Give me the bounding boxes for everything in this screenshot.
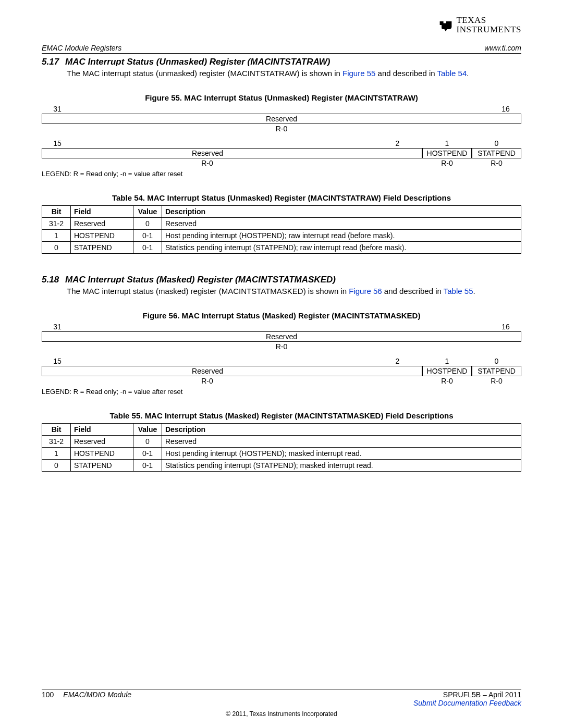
footer-module-name: EMAC/MDIO Module (63, 690, 131, 707)
body-text-1: The MAC interrupt status (masked) regist… (67, 287, 349, 295)
table-row: 1 HOSTPEND 0-1 Host pending interrupt (H… (42, 448, 521, 460)
table-54: Bit Field Value Description 31-2 Reserve… (42, 205, 521, 254)
cell-field: STATPEND (71, 460, 133, 472)
section-518-heading: MAC Interrupt Status (Masked) Register (… (65, 275, 336, 285)
cell-bit: 31-2 (42, 217, 71, 229)
field-reserved-high: Reserved (42, 114, 521, 124)
cell-bit: 1 (42, 448, 71, 460)
th-desc: Description (162, 424, 521, 436)
access-r0-low: R-0 (42, 376, 373, 386)
section-517-body: The MAC interrupt status (unmasked) regi… (67, 68, 521, 79)
field-reserved-high: Reserved (42, 331, 521, 342)
body-text-3: . (467, 69, 469, 78)
bit-label-16: 16 (490, 104, 521, 114)
th-desc: Description (162, 205, 521, 217)
th-bit: Bit (42, 205, 71, 217)
bit-label-16: 16 (490, 322, 521, 331)
cell-desc: Reserved (162, 217, 521, 229)
field-statpend: STATPEND (472, 148, 521, 158)
ti-chip-icon (438, 18, 453, 32)
footer-docid: SPRUFL5B – April 2011 (413, 690, 521, 699)
ti-logo: TEXAS INSTRUMENTS (438, 16, 521, 34)
ti-logo-text: TEXAS INSTRUMENTS (456, 16, 521, 34)
bit-label-0: 0 (472, 139, 521, 148)
bit-label-15: 15 (42, 139, 73, 148)
cell-bit: 1 (42, 229, 71, 241)
field-statpend: STATPEND (472, 366, 521, 376)
bit-label-31: 31 (42, 322, 73, 331)
table-54-link[interactable]: Table 54 (437, 69, 467, 78)
cell-desc: Reserved (162, 436, 521, 448)
access-r0-statpend: R-0 (472, 376, 521, 386)
access-r0-statpend: R-0 (472, 158, 521, 168)
table-row: 1 HOSTPEND 0-1 Host pending interrupt (H… (42, 229, 521, 241)
th-bit: Bit (42, 424, 71, 436)
cell-value: 0-1 (133, 241, 162, 253)
bit-label-2: 2 (373, 139, 422, 148)
cell-bit: 31-2 (42, 436, 71, 448)
table-row: 31-2 Reserved 0 Reserved (42, 436, 521, 448)
cell-field: HOSTPEND (71, 448, 133, 460)
section-518-num: 5.18 (42, 275, 59, 285)
field-hostpend: HOSTPEND (422, 366, 472, 376)
cell-bit: 0 (42, 241, 71, 253)
access-r0-hostpend: R-0 (422, 158, 472, 168)
table-54-title: Table 54. MAC Interrupt Status (Unmasked… (42, 193, 521, 202)
page-footer: 100 EMAC/MDIO Module SPRUFL5B – April 20… (42, 689, 521, 718)
cell-value: 0 (133, 436, 162, 448)
cell-desc: Statistics pending interrupt (STATPEND);… (162, 460, 521, 472)
footer-feedback-link[interactable]: Submit Documentation Feedback (413, 699, 521, 707)
table-55-title: Table 55. MAC Interrupt Status (Masked) … (42, 411, 521, 420)
header-right: www.ti.com (484, 44, 521, 52)
section-518-body: The MAC interrupt status (masked) regist… (67, 286, 521, 297)
field-reserved-low: Reserved (42, 366, 373, 376)
field-hostpend: HOSTPEND (422, 148, 472, 158)
table-row: 0 STATPEND 0-1 Statistics pending interr… (42, 241, 521, 253)
cell-desc: Statistics pending interrupt (STATPEND);… (162, 241, 521, 253)
bit-label-31: 31 (42, 104, 73, 114)
figure-56-title: Figure 56. MAC Interrupt Status (Masked)… (42, 311, 521, 320)
legend-56: LEGEND: R = Read only; -n = value after … (42, 388, 521, 396)
cell-desc: Host pending interrupt (HOSTPEND); raw i… (162, 229, 521, 241)
bit-label-1: 1 (422, 356, 472, 366)
figure-55-link[interactable]: Figure 55 (342, 69, 375, 78)
table-55: Bit Field Value Description 31-2 Reserve… (42, 423, 521, 472)
access-r0-hostpend: R-0 (422, 376, 472, 386)
cell-value: 0-1 (133, 448, 162, 460)
th-field: Field (71, 424, 133, 436)
th-value: Value (133, 424, 162, 436)
bit-label-0: 0 (472, 356, 521, 366)
cell-field: STATPEND (71, 241, 133, 253)
table-header-row: Bit Field Value Description (42, 205, 521, 217)
cell-field: Reserved (71, 217, 133, 229)
cell-field: Reserved (71, 436, 133, 448)
table-55-link[interactable]: Table 55 (444, 287, 473, 295)
register-diagram-56: 31 16 Reserved R-0 15 2 1 0 Reserved HOS… (42, 322, 521, 386)
access-r0-high: R-0 (42, 124, 521, 133)
figure-56-link[interactable]: Figure 56 (349, 287, 382, 295)
ti-logo-row: TEXAS INSTRUMENTS (42, 16, 521, 34)
bit-label-1: 1 (422, 139, 472, 148)
header-left: EMAC Module Registers (42, 44, 121, 52)
access-r0-high: R-0 (42, 342, 521, 351)
th-value: Value (133, 205, 162, 217)
legend-55: LEGEND: R = Read only; -n = value after … (42, 170, 521, 178)
page-header: EMAC Module Registers www.ti.com (42, 44, 521, 54)
section-518-title: 5.18 MAC Interrupt Status (Masked) Regis… (42, 275, 521, 285)
section-517-heading: MAC Interrupt Status (Unmasked) Register… (65, 57, 330, 67)
table-row: 31-2 Reserved 0 Reserved (42, 217, 521, 229)
body-text-2: and described in (382, 287, 444, 295)
body-text-1: The MAC interrupt status (unmasked) regi… (67, 69, 342, 78)
body-text-2: and described in (375, 69, 437, 78)
footer-copyright: © 2011, Texas Instruments Incorporated (42, 710, 521, 718)
bit-label-2: 2 (373, 356, 422, 366)
section-517-title: 5.17 MAC Interrupt Status (Unmasked) Reg… (42, 57, 521, 67)
access-r0-low: R-0 (42, 158, 373, 168)
section-517-num: 5.17 (42, 57, 59, 67)
cell-value: 0-1 (133, 460, 162, 472)
cell-desc: Host pending interrupt (HOSTPEND); maske… (162, 448, 521, 460)
register-diagram-55: 31 16 Reserved R-0 15 2 1 0 Reserved HOS… (42, 104, 521, 168)
bit-label-15: 15 (42, 356, 73, 366)
body-text-3: . (473, 287, 475, 295)
cell-bit: 0 (42, 460, 71, 472)
